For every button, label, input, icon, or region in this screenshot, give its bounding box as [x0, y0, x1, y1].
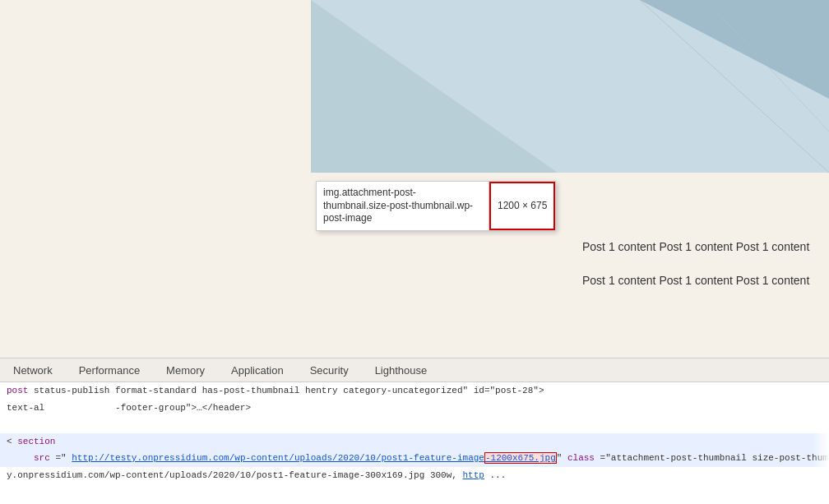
post-content-block-2: Post 1 content Post 1 content Post 1 con… — [582, 272, 821, 289]
post-content-text-1: Post 1 content Post 1 content Post 1 con… — [582, 240, 809, 253]
code-class-attr: post — [7, 386, 34, 395]
image-url-highlight: -1200x675.jpg — [484, 452, 557, 464]
tab-memory[interactable]: Memory — [153, 358, 218, 381]
devtools-tab-bar: Network Performance Memory Application S… — [0, 358, 829, 382]
code-line-1: post status-publish format-standard has-… — [0, 382, 829, 400]
main-content-area: img.attachment-post-thumbnail.size-post-… — [0, 0, 829, 358]
featured-image — [311, 0, 829, 173]
element-tooltip: img.attachment-post-thumbnail.size-post-… — [316, 181, 556, 231]
post-content-area: Post 1 content Post 1 content Post 1 con… — [574, 238, 829, 306]
code-line-2: text-al -footer-group">…</header> — [0, 400, 829, 417]
tooltip-dimensions: 1200 × 675 — [489, 182, 555, 230]
code-line-5: src =" http://testy.onpressidium.com/wp-… — [0, 450, 829, 467]
tab-performance[interactable]: Performance — [66, 358, 153, 381]
code-line-4: < section — [0, 433, 829, 451]
devtools-code-panel: 1200 × 675 pixels post status-publish fo… — [0, 382, 829, 504]
image-content — [311, 0, 829, 173]
image-svg — [311, 0, 829, 173]
tab-network[interactable]: Network — [0, 358, 66, 381]
tooltip-selector: img.attachment-post-thumbnail.size-post-… — [317, 182, 489, 230]
tab-application[interactable]: Application — [218, 358, 297, 381]
srcset-link[interactable]: http — [463, 470, 484, 480]
post-content-block-1: Post 1 content Post 1 content Post 1 con… — [582, 238, 821, 256]
left-beige-area — [0, 0, 316, 358]
tab-lighthouse[interactable]: Lighthouse — [362, 358, 441, 381]
code-line-3 — [0, 416, 829, 433]
tab-security[interactable]: Security — [297, 358, 362, 381]
image-url-link[interactable]: http://testy.onpressidium.com/wp-content… — [72, 453, 484, 463]
code-fade-overlay — [813, 382, 829, 504]
post-content-text-2: Post 1 content Post 1 content Post 1 con… — [582, 274, 809, 287]
code-line-6: y.onpressidium.com/wp-content/uploads/20… — [0, 467, 829, 484]
